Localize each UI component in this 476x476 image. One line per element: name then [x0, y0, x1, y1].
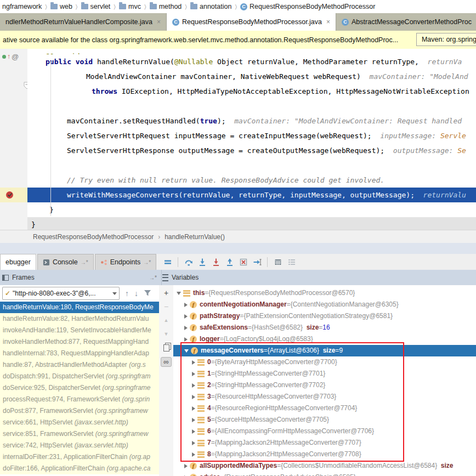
thread-selector-dropdown[interactable]: ✓ "http-nio-8080-exec-3"@6,... [2, 287, 120, 300]
stack-frame[interactable]: service:851, FrameworkServlet (org.sprin… [0, 428, 159, 440]
chevron-right-icon[interactable] [192, 429, 195, 434]
stack-frame[interactable]: doService:925, DispatcherServlet (org.sp… [0, 382, 159, 394]
variable-row[interactable]: 1 = {StringHttpMessageConverter@7701} [173, 368, 476, 379]
variable-row[interactable]: flogger = {LogFactory$Log4jLog@6583} [173, 333, 476, 345]
breadcrumb-item[interactable]: ngframework [1, 3, 43, 10]
editor-tab[interactable]: CAbstractMessageConverterMethodProc [336, 13, 476, 31]
step-over-icon[interactable] [184, 257, 193, 267]
code-line[interactable]: throws IOException, HttpMediaTypeNotAcce… [27, 84, 476, 99]
chevron-right-icon[interactable] [192, 372, 195, 376]
variable-row[interactable]: 0 = {ByteArrayHttpMessageConverter@7700} [173, 356, 476, 368]
chevron-right-icon[interactable] [184, 337, 188, 342]
duplicate-icon[interactable] [161, 343, 171, 352]
variable-row[interactable]: 2 = {StringHttpMessageConverter@7702} [173, 379, 476, 391]
stack-frame[interactable]: handleReturnValue:82, HandlerMethodRetur… [0, 313, 159, 325]
variable-row[interactable]: 3 = {ResourceHttpMessageConverter@7703} [173, 391, 476, 403]
breadcrumb-item[interactable]: web [49, 3, 73, 10]
force-step-into-icon[interactable] [211, 257, 220, 267]
code-line[interactable]: ServletServerHttpResponse outputMessage … [27, 143, 476, 158]
code-line[interactable]: } [27, 202, 476, 217]
breadcrumb-method[interactable]: handleReturnValue() [165, 233, 225, 241]
stack-frame[interactable]: doFilter:166, ApplicationFilterChain (or… [0, 463, 159, 474]
variable-row[interactable]: fsafeExtensions = {HashSet@6582} size = … [173, 322, 476, 333]
variable-row[interactable]: 8 = {MappingJackson2HttpMessageConverter… [173, 449, 476, 460]
code-line[interactable]: @Override [27, 49, 476, 54]
breadcrumb-item[interactable]: CRequestResponseBodyMethodProcessor [239, 3, 376, 10]
stack-frame[interactable]: service:661, HttpServlet (javax.servlet.… [0, 417, 159, 428]
stack-frame[interactable]: doDispatch:991, DispatcherServlet (org.s… [0, 371, 159, 382]
stack-frame[interactable]: handle:87, AbstractHandlerMethodAdapter … [0, 359, 159, 371]
breadcrumb-item[interactable]: servlet [80, 3, 112, 10]
variable-row[interactable]: fcontentNegotiationManager = {ContentNeg… [173, 299, 476, 310]
close-icon[interactable]: × [157, 18, 161, 26]
code-line[interactable] [27, 158, 476, 173]
breadcrumb-class[interactable]: RequestResponseBodyMethodProcessor [33, 233, 154, 241]
chevron-right-icon[interactable] [184, 314, 188, 319]
code-line[interactable]: mavContainer.setRequestHandled(true); ma… [27, 114, 476, 128]
chevron-right-icon[interactable] [184, 326, 188, 330]
chevron-right-icon[interactable] [192, 441, 195, 445]
threads-view-icon[interactable] [287, 257, 296, 267]
move-up-icon[interactable]: ▲ [161, 316, 171, 325]
stack-frame[interactable]: invokeHandlerMethod:877, RequestMappingH… [0, 336, 159, 348]
chevron-right-icon[interactable] [184, 464, 188, 468]
code-line[interactable]: } [27, 217, 476, 230]
code-line[interactable]: // Try even with null return value. Resp… [27, 173, 476, 188]
layout-menu-icon[interactable] [163, 257, 172, 267]
override-marker-icon[interactable] [2, 55, 6, 59]
remove-watch-icon[interactable]: − [161, 302, 171, 311]
filter-frames-icon[interactable] [144, 290, 151, 298]
run-to-cursor-icon[interactable] [252, 257, 262, 267]
stack-frame[interactable]: handleInternal:783, RequestMappingHandle… [0, 348, 159, 359]
variable-row[interactable]: this = {RequestResponseBodyMethodProcess… [173, 287, 476, 299]
chevron-down-icon[interactable] [184, 349, 189, 353]
breadcrumb-item[interactable]: annotation [189, 3, 233, 10]
variable-row[interactable]: fmessageConverters = {ArrayList@6306} si… [173, 345, 476, 356]
breakpoint-icon[interactable] [5, 191, 14, 199]
variable-row[interactable]: 4 = {ResourceRegionHttpMessageConverter@… [173, 403, 476, 414]
chevron-right-icon[interactable] [192, 418, 195, 422]
code-line[interactable] [27, 99, 476, 114]
variable-row[interactable]: fpathStrategy = {PathExtensionContentNeg… [173, 310, 476, 322]
code-line[interactable]: public void handleReturnValue(@Nullable … [27, 54, 476, 69]
code-editor[interactable]: @Overridepublic void handleReturnValue(@… [27, 49, 476, 230]
drop-frame-icon[interactable] [239, 257, 248, 267]
breadcrumb-item[interactable]: mvc [118, 3, 142, 10]
pin-icon[interactable]: →* [149, 275, 157, 281]
chevron-right-icon[interactable] [192, 395, 195, 399]
stack-frame[interactable]: handleReturnValue:180, RequestResponseBo… [0, 302, 159, 313]
step-into-icon[interactable] [197, 257, 207, 267]
next-frame-icon[interactable]: ↓ [134, 290, 138, 297]
chevron-right-icon[interactable] [184, 303, 188, 307]
chevron-right-icon[interactable] [192, 383, 195, 388]
debug-tab-endpoints[interactable]: Endpoints→* [95, 254, 157, 270]
debug-tab-console[interactable]: Console→* [37, 254, 94, 270]
show-watches-icon[interactable]: ∞ [161, 357, 172, 367]
code-line[interactable]: ModelAndViewContainer mavContainer, Nati… [27, 69, 476, 84]
variable-row[interactable]: 5 = {SourceHttpMessageConverter@7705} [173, 414, 476, 426]
chevron-right-icon[interactable] [192, 360, 195, 365]
stack-frame[interactable]: doPost:877, FrameworkServlet (org.spring… [0, 405, 159, 417]
debug-tab-ebugger[interactable]: ebugger [0, 254, 36, 270]
code-line[interactable]: ServletServerHttpRequest inputMessage = … [27, 128, 476, 143]
stack-frame[interactable]: internalDoFilter:231, ApplicationFilterC… [0, 451, 159, 463]
chevron-right-icon[interactable] [192, 406, 195, 411]
chevron-down-icon[interactable] [177, 292, 181, 295]
variable-row[interactable]: fallSupportedMediaTypes = {Collections$U… [173, 460, 476, 472]
close-icon[interactable]: × [326, 18, 330, 26]
variable-row[interactable]: 6 = {AllEncompassingFormHttpMessageConve… [173, 426, 476, 437]
previous-frame-icon[interactable]: ↑ [125, 290, 129, 297]
stack-frame[interactable]: invokeAndHandle:119, ServletInvocableHan… [0, 325, 159, 336]
editor-tab[interactable]: ndlerMethodReturnValueHandlerComposite.j… [0, 13, 167, 31]
add-watch-icon[interactable]: + [161, 288, 171, 297]
variable-row[interactable]: fadvice = {RequestResponseBodyAdviceChai… [173, 472, 476, 476]
execution-line[interactable]: writeWithMessageConverters(returnValue, … [27, 188, 476, 202]
step-out-icon[interactable] [225, 257, 234, 267]
chevron-right-icon[interactable] [192, 452, 195, 457]
editor-tab[interactable]: CRequestResponseBodyMethodProcessor.java… [167, 13, 336, 31]
stack-frame[interactable]: processRequest:974, FrameworkServlet (or… [0, 394, 159, 405]
move-down-icon[interactable]: ▼ [161, 330, 171, 338]
evaluate-expression-icon[interactable] [273, 257, 282, 267]
overrides-arrow-icon[interactable]: ↑ [7, 53, 10, 60]
breadcrumb-item[interactable]: method [149, 3, 183, 10]
